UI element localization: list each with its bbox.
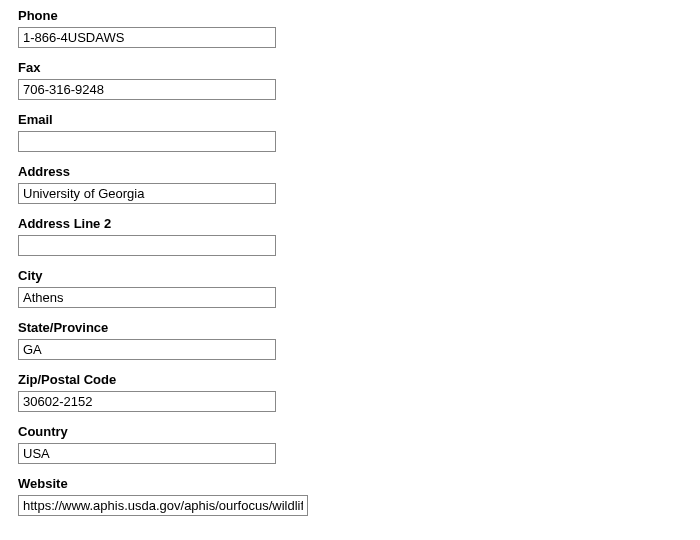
label-city: City <box>18 268 682 283</box>
field-website: Website <box>18 476 682 516</box>
input-country[interactable] <box>18 443 276 464</box>
field-state: State/Province <box>18 320 682 360</box>
input-website[interactable] <box>18 495 308 516</box>
field-country: Country <box>18 424 682 464</box>
field-address: Address <box>18 164 682 204</box>
field-address2: Address Line 2 <box>18 216 682 256</box>
input-fax[interactable] <box>18 79 276 100</box>
label-email: Email <box>18 112 682 127</box>
label-phone: Phone <box>18 8 682 23</box>
label-zip: Zip/Postal Code <box>18 372 682 387</box>
input-email[interactable] <box>18 131 276 152</box>
input-state[interactable] <box>18 339 276 360</box>
field-zip: Zip/Postal Code <box>18 372 682 412</box>
label-state: State/Province <box>18 320 682 335</box>
input-city[interactable] <box>18 287 276 308</box>
label-fax: Fax <box>18 60 682 75</box>
input-address2[interactable] <box>18 235 276 256</box>
input-zip[interactable] <box>18 391 276 412</box>
label-address: Address <box>18 164 682 179</box>
label-country: Country <box>18 424 682 439</box>
input-phone[interactable] <box>18 27 276 48</box>
input-address[interactable] <box>18 183 276 204</box>
field-email: Email <box>18 112 682 152</box>
label-address2: Address Line 2 <box>18 216 682 231</box>
label-website: Website <box>18 476 682 491</box>
field-phone: Phone <box>18 8 682 48</box>
field-city: City <box>18 268 682 308</box>
field-fax: Fax <box>18 60 682 100</box>
